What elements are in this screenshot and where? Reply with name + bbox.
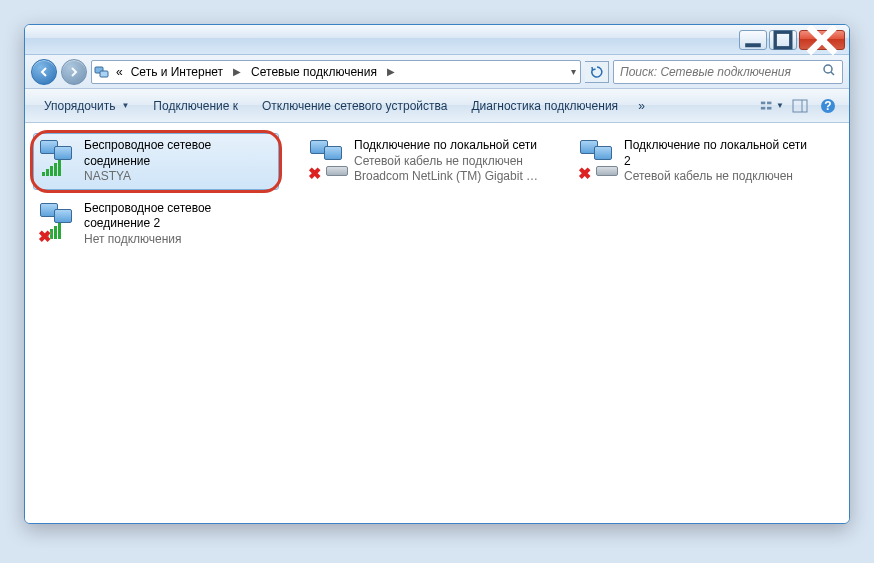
diagnose-button[interactable]: Диагностика подключения: [460, 94, 629, 118]
breadcrumb-level2[interactable]: Сетевые подключения: [249, 65, 379, 79]
connect-label: Подключение к: [153, 99, 238, 113]
dropdown-arrow-icon: ▼: [776, 101, 784, 110]
search-input[interactable]: [620, 65, 822, 79]
content-area: Беспроводное сетевое соединениеNASTYA✖По…: [25, 123, 849, 523]
wifi-adapter-icon: ✖: [40, 201, 78, 239]
wifi-adapter-icon: [40, 138, 78, 176]
svg-rect-5: [100, 71, 108, 77]
toolbar-overflow-button[interactable]: »: [631, 94, 652, 118]
connection-text: Подключение по локальной сети 2Сетевой к…: [624, 138, 812, 185]
connection-status: Нет подключения: [84, 232, 272, 248]
svg-rect-12: [793, 100, 807, 112]
svg-rect-11: [767, 106, 771, 109]
svg-rect-9: [761, 106, 765, 109]
disable-device-label: Отключение сетевого устройства: [262, 99, 447, 113]
organize-button[interactable]: Упорядочить ▼: [33, 94, 140, 118]
search-icon[interactable]: [822, 63, 836, 80]
connection-item[interactable]: ✖Подключение по локальной сетиСетевой ка…: [303, 133, 549, 190]
connection-title: Подключение по локальной сети 2: [624, 138, 812, 169]
search-box[interactable]: [613, 60, 843, 84]
svg-point-6: [824, 65, 832, 73]
lan-adapter-icon: ✖: [310, 138, 348, 176]
connection-item[interactable]: ✖Подключение по локальной сети 2Сетевой …: [573, 133, 819, 190]
connection-text: Беспроводное сетевое соединениеNASTYA: [84, 138, 272, 185]
chevron-right-icon[interactable]: ▶: [383, 66, 399, 77]
svg-line-7: [831, 72, 834, 75]
connection-status: NASTYA: [84, 169, 272, 185]
disable-device-button[interactable]: Отключение сетевого устройства: [251, 94, 458, 118]
explorer-window: « Сеть и Интернет ▶ Сетевые подключения …: [24, 24, 850, 524]
refresh-button[interactable]: [585, 61, 609, 83]
view-options-button[interactable]: ▼: [759, 94, 785, 118]
connection-status: Сетевой кабель не подключен: [624, 169, 812, 185]
nav-back-button[interactable]: [31, 59, 57, 85]
network-folder-icon: [94, 64, 110, 80]
help-button[interactable]: ?: [815, 94, 841, 118]
svg-text:?: ?: [824, 99, 831, 113]
error-x-icon: ✖: [38, 227, 52, 241]
connection-item[interactable]: Беспроводное сетевое соединениеNASTYA: [33, 133, 279, 190]
connection-title: Подключение по локальной сети: [354, 138, 542, 154]
connection-item[interactable]: ✖Беспроводное сетевое соединение 2Нет по…: [33, 196, 279, 253]
preview-pane-button[interactable]: [787, 94, 813, 118]
address-bar: « Сеть и Интернет ▶ Сетевые подключения …: [25, 55, 849, 89]
connection-title: Беспроводное сетевое соединение 2: [84, 201, 272, 232]
connection-text: Подключение по локальной сетиСетевой каб…: [354, 138, 542, 185]
lan-adapter-icon: ✖: [580, 138, 618, 176]
error-x-icon: ✖: [578, 164, 592, 178]
chevron-right-icon[interactable]: ▶: [229, 66, 245, 77]
nav-forward-button[interactable]: [61, 59, 87, 85]
connection-text: Беспроводное сетевое соединение 2Нет под…: [84, 201, 272, 248]
toolbar: Упорядочить ▼ Подключение к Отключение с…: [25, 89, 849, 123]
organize-label: Упорядочить: [44, 99, 115, 113]
svg-rect-8: [761, 101, 765, 104]
connection-detail: Broadcom NetLink (TM) Gigabit E...: [354, 169, 542, 185]
svg-rect-1: [775, 32, 791, 48]
error-x-icon: ✖: [308, 164, 322, 178]
location-bar[interactable]: « Сеть и Интернет ▶ Сетевые подключения …: [91, 60, 581, 84]
breadcrumb-level1[interactable]: Сеть и Интернет: [129, 65, 225, 79]
maximize-button[interactable]: [769, 30, 797, 50]
breadcrumb-prefix[interactable]: «: [114, 65, 125, 79]
diagnose-label: Диагностика подключения: [471, 99, 618, 113]
connection-status: Сетевой кабель не подключен: [354, 154, 542, 170]
minimize-button[interactable]: [739, 30, 767, 50]
close-button[interactable]: [799, 30, 845, 50]
dropdown-arrow-icon: ▼: [121, 101, 129, 110]
location-dropdown-icon[interactable]: ▾: [567, 66, 578, 77]
connection-title: Беспроводное сетевое соединение: [84, 138, 272, 169]
svg-rect-10: [767, 101, 771, 104]
connect-button[interactable]: Подключение к: [142, 94, 249, 118]
titlebar: [25, 25, 849, 55]
